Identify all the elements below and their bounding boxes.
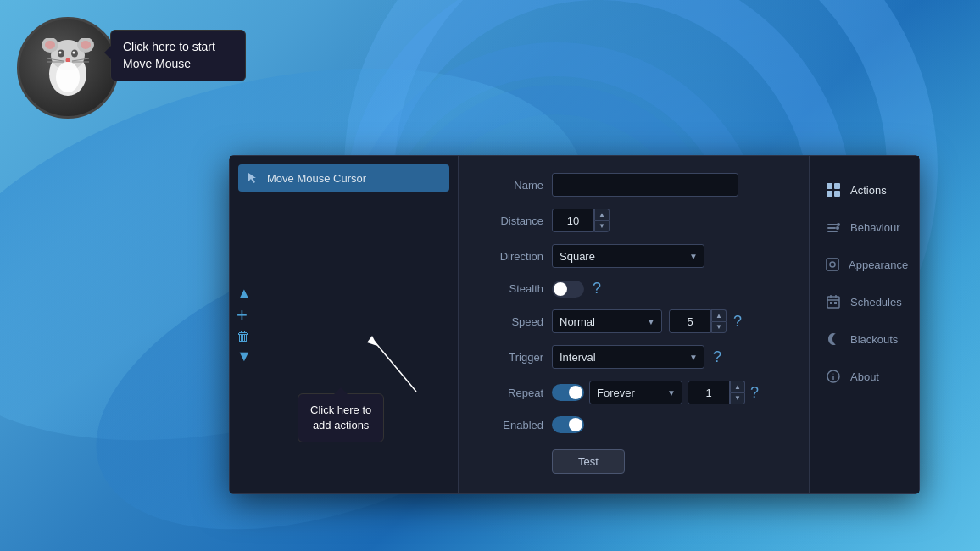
speed-down-btn[interactable]: ▼ [711,321,727,333]
svg-line-16 [374,341,416,392]
repeat-label: Repeat [476,387,543,399]
sidebar-item-appearance[interactable]: Appearance [813,248,916,281]
svg-rect-19 [834,183,840,189]
direction-select-wrap: Square Horizontal Vertical Random ▼ [552,244,704,268]
tooltip-line2: Move Mouse [123,57,191,70]
repeat-select-wrap: Forever Count ▼ [589,381,682,404]
svg-rect-34 [834,302,837,304]
about-icon [825,368,842,385]
speed-help-icon[interactable]: ? [733,313,742,331]
repeat-input[interactable] [688,381,730,404]
distance-label: Distance [476,214,543,227]
distance-up-btn[interactable]: ▲ [594,209,610,220]
svg-rect-21 [834,191,840,197]
sidebar-item-about[interactable]: About [813,359,916,393]
actions-icon [825,181,842,198]
move-up-button[interactable]: ▲ [237,286,252,301]
svg-marker-17 [367,336,377,346]
add-actions-line2: add actions [313,419,370,431]
app-window: Move Mouse Cursor Click here to add acti… [229,155,920,494]
appearance-label: Appearance [849,259,908,271]
svg-point-15 [56,62,80,92]
svg-rect-20 [827,191,832,197]
trigger-select[interactable]: Interval Schedule [552,345,704,369]
trigger-help-icon[interactable]: ? [713,348,721,366]
repeat-row: Repeat Forever Count ▼ ▲ ▼ [476,381,792,404]
stealth-label: Stealth [476,282,543,295]
distance-row: Distance ▲ ▼ [476,209,792,232]
trigger-label: Trigger [476,351,543,364]
svg-rect-23 [827,227,836,229]
right-sidebar: Actions Behaviour [809,156,919,493]
enabled-toggle[interactable] [552,416,584,433]
tray-circle[interactable] [17,17,119,119]
repeat-help-icon[interactable]: ? [750,384,759,402]
blackouts-icon [825,331,842,348]
direction-row: Direction Square Horizontal Vertical Ran… [476,244,792,268]
sidebar-item-behaviour[interactable]: Behaviour [813,210,916,244]
svg-point-28 [830,262,835,267]
sidebar-item-schedules[interactable]: Schedules [813,285,916,319]
about-label: About [850,370,879,383]
action-item-move-mouse[interactable]: Move Mouse Cursor [238,164,449,192]
delete-action-button[interactable]: 🗑 [237,330,252,343]
appearance-icon [825,256,840,273]
actions-label: Actions [850,184,887,197]
add-actions-tooltip: Click here to add actions [298,393,384,442]
svg-rect-18 [827,183,832,189]
repeat-down-btn[interactable]: ▼ [730,392,745,404]
mouse-svg-icon [38,38,97,97]
repeat-spinner: ▲ ▼ [688,381,745,404]
repeat-toggle[interactable] [552,384,584,401]
distance-down-btn[interactable]: ▼ [594,220,610,232]
tray-icon-container: Click here to start Move Mouse [17,17,119,119]
add-action-button[interactable]: + [237,306,252,325]
repeat-wrap: Forever Count ▼ ▲ ▼ ? [552,381,759,404]
repeat-select[interactable]: Forever Count [589,381,682,404]
svg-rect-27 [827,259,838,270]
svg-rect-24 [827,231,838,232]
speed-dropdown-wrap: Normal Fast Slow ▼ [552,309,662,333]
svg-point-25 [837,223,840,226]
add-actions-line1: Click here to [310,404,371,416]
stealth-toggle[interactable] [552,281,584,298]
svg-rect-33 [830,302,832,304]
center-panel: Name Distance ▲ ▼ Direction Square Horiz… [459,156,809,493]
enabled-row: Enabled [476,416,792,433]
direction-select[interactable]: Square Horizontal Vertical Random [552,244,704,268]
speed-select-wrap: Normal Fast Slow ▼ ▲ ▼ ? [552,309,742,333]
repeat-up-btn[interactable]: ▲ [730,381,745,392]
move-down-button[interactable]: ▼ [237,348,252,364]
enabled-label: Enabled [476,419,543,431]
direction-label: Direction [476,250,543,263]
sidebar-item-blackouts[interactable]: Blackouts [813,322,916,356]
speed-input[interactable] [669,309,711,333]
svg-point-9 [73,52,75,54]
behaviour-label: Behaviour [850,221,900,234]
test-button[interactable]: Test [552,449,625,474]
action-controls: ▲ + 🗑 ▼ [237,286,252,364]
distance-input[interactable] [552,209,594,232]
speed-select[interactable]: Normal Fast Slow [552,309,662,333]
name-label: Name [476,179,543,192]
svg-point-37 [833,374,834,375]
left-panel: Move Mouse Cursor Click here to add acti… [230,156,459,493]
blackouts-label: Blackouts [850,333,898,346]
stealth-row: Stealth ? [476,280,792,298]
trigger-row: Trigger Interval Schedule ▼ ? [476,345,792,369]
stealth-toggle-wrap: ? [552,280,601,298]
svg-point-5 [81,41,91,49]
tray-tooltip: Click here to start Move Mouse [110,30,246,81]
speed-label: Speed [476,315,543,328]
action-item-label: Move Mouse Cursor [267,172,366,185]
sidebar-item-actions[interactable]: Actions [813,173,916,207]
distance-spinner: ▲ ▼ [552,209,610,232]
schedules-icon [825,293,842,310]
svg-point-8 [59,52,62,54]
speed-up-btn[interactable]: ▲ [711,309,727,321]
name-input[interactable] [552,173,738,197]
speed-spinner: ▲ ▼ [669,309,727,333]
svg-point-10 [66,58,70,63]
stealth-help-icon[interactable]: ? [593,280,601,298]
name-row: Name [476,173,792,197]
